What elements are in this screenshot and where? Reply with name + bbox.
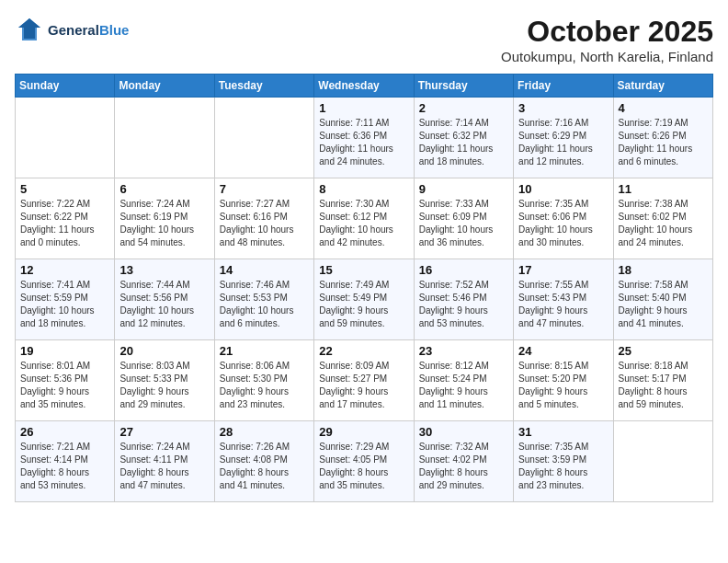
day-number: 21 bbox=[220, 344, 309, 358]
day-info: Sunrise: 7:30 AM Sunset: 6:12 PM Dayligh… bbox=[319, 198, 408, 249]
day-info: Sunrise: 7:29 AM Sunset: 4:05 PM Dayligh… bbox=[319, 441, 408, 492]
day-number: 26 bbox=[20, 425, 109, 439]
day-info: Sunrise: 7:58 AM Sunset: 5:40 PM Dayligh… bbox=[619, 279, 708, 330]
day-number: 4 bbox=[619, 101, 708, 115]
calendar-cell: 9Sunrise: 7:33 AM Sunset: 6:09 PM Daylig… bbox=[414, 178, 513, 259]
calendar-cell: 7Sunrise: 7:27 AM Sunset: 6:16 PM Daylig… bbox=[214, 178, 313, 259]
calendar-cell: 21Sunrise: 8:06 AM Sunset: 5:30 PM Dayli… bbox=[214, 340, 313, 421]
day-info: Sunrise: 7:14 AM Sunset: 6:32 PM Dayligh… bbox=[419, 117, 508, 168]
day-number: 13 bbox=[119, 263, 209, 277]
day-number: 16 bbox=[419, 263, 508, 277]
calendar-cell: 16Sunrise: 7:52 AM Sunset: 5:46 PM Dayli… bbox=[414, 259, 513, 340]
calendar-cell bbox=[115, 98, 214, 178]
day-info: Sunrise: 7:26 AM Sunset: 4:08 PM Dayligh… bbox=[220, 441, 309, 492]
day-info: Sunrise: 8:06 AM Sunset: 5:30 PM Dayligh… bbox=[220, 360, 309, 411]
day-number: 20 bbox=[119, 344, 209, 358]
day-info: Sunrise: 7:33 AM Sunset: 6:09 PM Dayligh… bbox=[419, 198, 508, 249]
day-number: 11 bbox=[619, 182, 708, 196]
calendar-cell bbox=[214, 98, 313, 178]
day-info: Sunrise: 7:55 AM Sunset: 5:43 PM Dayligh… bbox=[518, 279, 608, 330]
svg-marker-2 bbox=[18, 18, 40, 39]
day-info: Sunrise: 7:24 AM Sunset: 6:19 PM Dayligh… bbox=[119, 198, 209, 249]
day-info: Sunrise: 7:27 AM Sunset: 6:16 PM Dayligh… bbox=[220, 198, 309, 249]
logo-icon bbox=[15, 15, 44, 44]
calendar-cell: 30Sunrise: 7:32 AM Sunset: 4:02 PM Dayli… bbox=[414, 421, 513, 502]
day-number: 27 bbox=[119, 425, 209, 439]
day-info: Sunrise: 7:22 AM Sunset: 6:22 PM Dayligh… bbox=[20, 198, 109, 249]
logo-text: GeneralBlue bbox=[48, 22, 129, 38]
day-info: Sunrise: 8:03 AM Sunset: 5:33 PM Dayligh… bbox=[119, 360, 209, 411]
day-info: Sunrise: 7:44 AM Sunset: 5:56 PM Dayligh… bbox=[119, 279, 209, 330]
calendar-cell: 27Sunrise: 7:24 AM Sunset: 4:11 PM Dayli… bbox=[115, 421, 214, 502]
day-number: 6 bbox=[119, 182, 209, 196]
month-title: October 2025 bbox=[501, 15, 713, 49]
day-info: Sunrise: 8:15 AM Sunset: 5:20 PM Dayligh… bbox=[518, 360, 608, 411]
calendar-cell: 6Sunrise: 7:24 AM Sunset: 6:19 PM Daylig… bbox=[115, 178, 214, 259]
page-header: GeneralBlue October 2025 Outokumpu, Nort… bbox=[15, 15, 713, 64]
calendar-cell: 26Sunrise: 7:21 AM Sunset: 4:14 PM Dayli… bbox=[16, 421, 115, 502]
day-info: Sunrise: 7:46 AM Sunset: 5:53 PM Dayligh… bbox=[220, 279, 309, 330]
calendar-cell: 14Sunrise: 7:46 AM Sunset: 5:53 PM Dayli… bbox=[214, 259, 313, 340]
calendar-table: SundayMondayTuesdayWednesdayThursdayFrid… bbox=[15, 74, 713, 502]
calendar-cell: 25Sunrise: 8:18 AM Sunset: 5:17 PM Dayli… bbox=[613, 340, 712, 421]
day-info: Sunrise: 7:35 AM Sunset: 3:59 PM Dayligh… bbox=[518, 441, 608, 492]
calendar-cell: 18Sunrise: 7:58 AM Sunset: 5:40 PM Dayli… bbox=[613, 259, 712, 340]
day-number: 17 bbox=[518, 263, 608, 277]
calendar-cell: 15Sunrise: 7:49 AM Sunset: 5:49 PM Dayli… bbox=[314, 259, 414, 340]
calendar-cell bbox=[16, 98, 115, 178]
day-number: 7 bbox=[220, 182, 309, 196]
title-block: October 2025 Outokumpu, North Karelia, F… bbox=[501, 15, 713, 64]
day-number: 30 bbox=[419, 425, 508, 439]
day-number: 9 bbox=[419, 182, 508, 196]
calendar-cell: 13Sunrise: 7:44 AM Sunset: 5:56 PM Dayli… bbox=[115, 259, 214, 340]
calendar-cell: 10Sunrise: 7:35 AM Sunset: 6:06 PM Dayli… bbox=[514, 178, 613, 259]
day-number: 5 bbox=[20, 182, 109, 196]
day-number: 12 bbox=[20, 263, 109, 277]
calendar-cell: 20Sunrise: 8:03 AM Sunset: 5:33 PM Dayli… bbox=[115, 340, 214, 421]
day-header-thursday: Thursday bbox=[414, 75, 513, 98]
day-header-wednesday: Wednesday bbox=[314, 75, 414, 98]
day-info: Sunrise: 7:11 AM Sunset: 6:36 PM Dayligh… bbox=[319, 117, 408, 168]
calendar-cell: 17Sunrise: 7:55 AM Sunset: 5:43 PM Dayli… bbox=[514, 259, 613, 340]
day-number: 14 bbox=[220, 263, 309, 277]
day-info: Sunrise: 7:21 AM Sunset: 4:14 PM Dayligh… bbox=[20, 441, 109, 492]
day-info: Sunrise: 7:24 AM Sunset: 4:11 PM Dayligh… bbox=[119, 441, 209, 492]
calendar-cell: 8Sunrise: 7:30 AM Sunset: 6:12 PM Daylig… bbox=[314, 178, 414, 259]
day-info: Sunrise: 7:16 AM Sunset: 6:29 PM Dayligh… bbox=[518, 117, 608, 168]
day-number: 29 bbox=[319, 425, 408, 439]
day-info: Sunrise: 7:35 AM Sunset: 6:06 PM Dayligh… bbox=[518, 198, 608, 249]
calendar-cell: 4Sunrise: 7:19 AM Sunset: 6:26 PM Daylig… bbox=[613, 98, 712, 178]
day-number: 23 bbox=[419, 344, 508, 358]
calendar-cell: 1Sunrise: 7:11 AM Sunset: 6:36 PM Daylig… bbox=[314, 98, 414, 178]
day-number: 22 bbox=[319, 344, 408, 358]
logo: GeneralBlue bbox=[15, 15, 129, 44]
day-info: Sunrise: 7:49 AM Sunset: 5:49 PM Dayligh… bbox=[319, 279, 408, 330]
day-info: Sunrise: 7:19 AM Sunset: 6:26 PM Dayligh… bbox=[619, 117, 708, 168]
day-info: Sunrise: 7:41 AM Sunset: 5:59 PM Dayligh… bbox=[20, 279, 109, 330]
day-info: Sunrise: 8:09 AM Sunset: 5:27 PM Dayligh… bbox=[319, 360, 408, 411]
calendar-cell: 29Sunrise: 7:29 AM Sunset: 4:05 PM Dayli… bbox=[314, 421, 414, 502]
day-info: Sunrise: 8:18 AM Sunset: 5:17 PM Dayligh… bbox=[619, 360, 708, 411]
day-number: 19 bbox=[20, 344, 109, 358]
calendar-cell: 31Sunrise: 7:35 AM Sunset: 3:59 PM Dayli… bbox=[514, 421, 613, 502]
day-number: 28 bbox=[220, 425, 309, 439]
day-info: Sunrise: 7:32 AM Sunset: 4:02 PM Dayligh… bbox=[419, 441, 508, 492]
day-number: 25 bbox=[619, 344, 708, 358]
day-info: Sunrise: 7:52 AM Sunset: 5:46 PM Dayligh… bbox=[419, 279, 508, 330]
calendar-cell bbox=[613, 421, 712, 502]
calendar-cell: 11Sunrise: 7:38 AM Sunset: 6:02 PM Dayli… bbox=[613, 178, 712, 259]
calendar-cell: 12Sunrise: 7:41 AM Sunset: 5:59 PM Dayli… bbox=[16, 259, 115, 340]
calendar-cell: 19Sunrise: 8:01 AM Sunset: 5:36 PM Dayli… bbox=[16, 340, 115, 421]
day-number: 2 bbox=[419, 101, 508, 115]
day-number: 15 bbox=[319, 263, 408, 277]
day-number: 31 bbox=[518, 425, 608, 439]
day-number: 10 bbox=[518, 182, 608, 196]
calendar-cell: 5Sunrise: 7:22 AM Sunset: 6:22 PM Daylig… bbox=[16, 178, 115, 259]
day-header-friday: Friday bbox=[514, 75, 613, 98]
calendar-cell: 24Sunrise: 8:15 AM Sunset: 5:20 PM Dayli… bbox=[514, 340, 613, 421]
day-number: 24 bbox=[518, 344, 608, 358]
day-number: 8 bbox=[319, 182, 408, 196]
day-header-saturday: Saturday bbox=[613, 75, 712, 98]
day-info: Sunrise: 7:38 AM Sunset: 6:02 PM Dayligh… bbox=[619, 198, 708, 249]
day-number: 18 bbox=[619, 263, 708, 277]
